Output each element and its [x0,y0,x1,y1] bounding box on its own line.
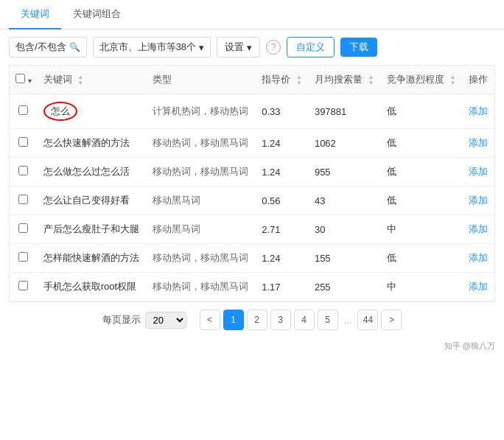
row-checkbox[interactable] [18,105,28,115]
tabs-bar: 关键词 关键词组合 [0,0,504,29]
table-row: 产后怎么瘦肚子和大腿移动黑马词2.7130中添加 [10,215,494,244]
pagination: 每页显示 20 50 100 < 1 2 3 4 5 ... 44 > [0,302,504,338]
per-page-select[interactable]: 20 50 100 [145,312,186,329]
add-link[interactable]: 添加 [469,281,488,292]
custom-button[interactable]: 自定义 [287,37,335,57]
row-type: 移动热词，移动黑马词 [147,273,256,301]
row-monthly-search: 30 [309,215,381,244]
tab-keyword-groups[interactable]: 关键词组合 [61,0,133,29]
row-action: 添加 [463,244,494,273]
row-monthly-search: 955 [309,158,381,186]
filter-select[interactable]: 包含/不包含 🔍 [9,37,87,57]
settings-label: 设置 [225,41,244,54]
page-2-button[interactable]: 2 [247,310,267,330]
row-checkbox[interactable] [18,195,28,204]
add-link[interactable]: 添加 [469,223,488,234]
row-type: 计算机热词，移动热词 [147,94,256,129]
row-guide-price: 1.24 [256,244,309,273]
table-row: 怎么计算机热词，移动热词0.33397881低添加 [10,94,494,129]
row-type: 移动热词，移动黑马词 [147,158,256,186]
row-checkbox-cell [10,158,38,186]
header-type: 类型 [147,66,256,94]
row-action: 添加 [463,158,494,186]
row-monthly-search: 155 [309,244,381,273]
toolbar: 包含/不包含 🔍 北京市、上海市等38个 ▾ 设置 ▾ ? 自定义 下载 [0,29,504,65]
chevron-down-icon-header: ▾ [28,77,32,85]
sort-icon-keyword[interactable]: ▲▼ [77,74,83,86]
download-button[interactable]: 下载 [340,38,377,57]
add-link[interactable]: 添加 [469,166,488,177]
city-label: 北京市、上海市等38个 [99,41,196,54]
page-3-button[interactable]: 3 [270,310,291,330]
add-link[interactable]: 添加 [469,195,488,206]
table-row: 怎么做怎么过怎么活移动热词，移动黑马词1.24955低添加 [10,158,494,186]
row-action: 添加 [463,273,494,301]
prev-page-button[interactable]: < [200,310,220,330]
row-keyword: 怎么做怎么过怎么活 [38,158,147,186]
row-action: 添加 [463,94,494,129]
row-checkbox[interactable] [18,137,28,147]
sort-icon-competition[interactable]: ▲▼ [450,74,456,86]
row-monthly-search: 255 [309,273,381,301]
add-link[interactable]: 添加 [469,252,488,263]
row-competition: 低 [381,158,463,186]
header-keyword: 关键词 ▲▼ [38,66,147,94]
sort-icon-price[interactable]: ▲▼ [296,74,302,86]
city-select[interactable]: 北京市、上海市等38个 ▾ [93,37,211,57]
row-competition: 低 [381,244,463,273]
row-checkbox[interactable] [18,281,28,290]
row-monthly-search: 397881 [309,94,381,129]
sort-icon-search[interactable]: ▲▼ [368,74,374,86]
header-action: 操作 [463,66,494,94]
next-page-button[interactable]: > [381,310,402,330]
row-type: 移动热词，移动黑马词 [147,244,256,273]
row-competition: 中 [381,215,463,244]
row-competition: 低 [381,94,463,129]
row-keyword: 怎么让自己变得好看 [38,186,147,215]
row-checkbox[interactable] [18,166,28,175]
row-type: 移动黑马词 [147,186,256,215]
watermark: 知乎 @狼八万 [0,338,504,357]
row-checkbox[interactable] [18,223,28,233]
row-checkbox[interactable] [18,252,28,262]
page-44-button[interactable]: 44 [357,310,378,330]
help-icon[interactable]: ? [266,40,281,55]
keyword-highlighted: 怎么 [43,102,77,121]
row-guide-price: 2.71 [256,215,309,244]
add-link[interactable]: 添加 [469,105,488,116]
row-keyword: 产后怎么瘦肚子和大腿 [38,215,147,244]
table-wrapper: ▾ 关键词 ▲▼ 类型 指导价 ▲▼ 月均搜索量 ▲▼ [0,65,504,302]
tab-keywords[interactable]: 关键词 [9,0,61,29]
header-competition: 竞争激烈程度 ▲▼ [381,66,463,94]
row-competition: 中 [381,273,463,301]
row-checkbox-cell [10,273,38,301]
search-icon: 🔍 [69,42,80,52]
per-page-label: 每页显示 [102,313,141,326]
keywords-table: ▾ 关键词 ▲▼ 类型 指导价 ▲▼ 月均搜索量 ▲▼ [10,66,494,301]
row-checkbox-cell [10,186,38,215]
page-nav: < 1 2 3 4 5 ... 44 > [200,310,402,330]
filter-label: 包含/不包含 [15,41,66,54]
row-checkbox-cell [10,215,38,244]
add-link[interactable]: 添加 [469,137,488,148]
row-monthly-search: 43 [309,186,381,215]
row-checkbox-cell [10,129,38,158]
row-checkbox-cell [10,94,38,129]
row-action: 添加 [463,186,494,215]
row-action: 添加 [463,215,494,244]
table-header-row: ▾ 关键词 ▲▼ 类型 指导价 ▲▼ 月均搜索量 ▲▼ [10,66,494,94]
table-row: 怎样能快速解酒的方法移动热词，移动黑马词1.24155低添加 [10,244,494,273]
page-4-button[interactable]: 4 [294,310,315,330]
header-checkbox-cell: ▾ [10,66,38,94]
table-row: 手机怎么获取root权限移动热词，移动黑马词1.17255中添加 [10,273,494,301]
row-keyword: 怎样能快速解酒的方法 [38,244,147,273]
page-5-button[interactable]: 5 [318,310,338,330]
settings-select[interactable]: 设置 ▾ [217,37,260,57]
row-action: 添加 [463,129,494,158]
select-all-checkbox[interactable] [15,74,25,83]
page-1-button[interactable]: 1 [223,310,244,330]
row-guide-price: 0.33 [256,94,309,129]
row-guide-price: 1.24 [256,158,309,186]
page-ellipsis: ... [341,315,355,326]
header-monthly-search: 月均搜索量 ▲▼ [309,66,381,94]
